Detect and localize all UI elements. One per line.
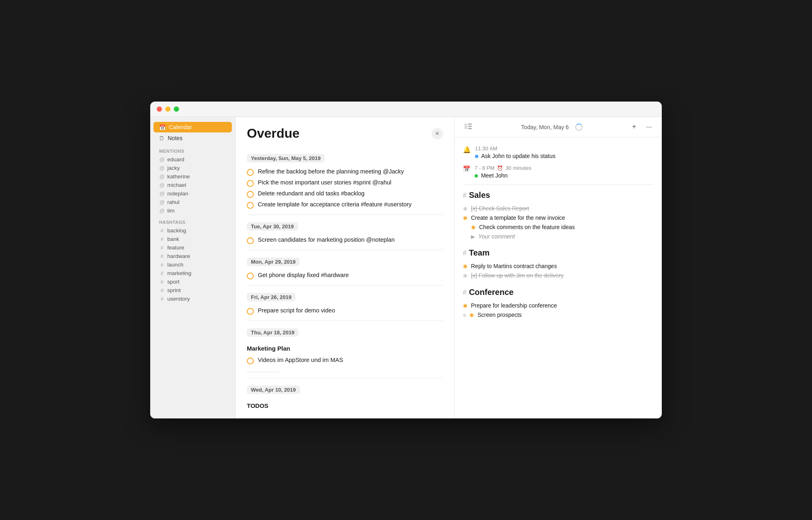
task-circle-icon[interactable] (247, 273, 254, 280)
event-text-content: Meet John (481, 172, 508, 179)
mention-name: tim (167, 208, 175, 214)
overdue-task: Videos im AppStore und im MAS (247, 355, 443, 366)
note-item-text: Screen prospects (477, 312, 654, 318)
overdue-date-badge-5: Wed, Apr 10, 2019 (247, 386, 300, 394)
section-title-sales: Sales (469, 191, 490, 200)
mention-name: michael (167, 182, 186, 188)
hash-icon: # (159, 228, 165, 234)
overdue-task: Delete redundant and old tasks #backlog (247, 188, 443, 199)
overdue-close-button[interactable]: × (432, 128, 443, 139)
notif-time: 11:30 AM (475, 145, 555, 152)
sidebar: 📅 Calendar 🗒 Notes MENTIONS @ eduard @ j… (150, 117, 235, 418)
mention-item-tim[interactable]: @ tim (153, 206, 232, 215)
note-title-todos: TODOS (247, 402, 443, 409)
minimize-button[interactable] (165, 106, 171, 112)
bullet-star-icon: ✱ (471, 224, 476, 231)
task-text: Refine the backlog before the planning m… (258, 168, 404, 175)
overdue-section-2: Mon, Apr 29, 2019 Get phone display fixe… (247, 252, 443, 281)
main-content: Overdue × Yesterday, Sun, May 5, 2019 Re… (235, 117, 662, 418)
task-circle-icon[interactable] (247, 180, 254, 187)
hashtag-item-launch[interactable]: # launch (153, 260, 232, 269)
notif-text-content: Ask John to update his status (481, 153, 555, 159)
bullet-star-icon: ✱ (463, 263, 468, 270)
task-circle-icon[interactable] (247, 169, 254, 176)
hashtag-name: launch (167, 262, 184, 268)
at-icon: @ (159, 208, 165, 214)
overdue-task: Create template for acceptance criteria … (247, 199, 443, 210)
bullet-star-gray-icon: ✱ (463, 206, 468, 212)
mention-name: noteplan (167, 191, 188, 197)
hashtag-item-sport[interactable]: # sport (153, 277, 232, 286)
notif-text: Ask John to update his status (475, 153, 555, 159)
hashtag-item-marketing[interactable]: # marketing (153, 269, 232, 277)
sidebar-item-label: Notes (168, 135, 183, 141)
section-header-conference: # Conference (463, 288, 654, 297)
hash-sales-icon: # (463, 192, 466, 199)
mention-name: jacky (167, 165, 180, 171)
hash-icon: # (159, 236, 165, 242)
overdue-scroll[interactable]: Yesterday, Sun, May 5, 2019 Refine the b… (235, 148, 454, 418)
event-dot (475, 174, 478, 178)
task-text: Create template for acceptance criteria … (258, 201, 412, 208)
overdue-header: Overdue × (235, 117, 454, 148)
today-event-0: 📅 7 - 8 PM ⏰ 30 minutes Meet John (463, 163, 654, 183)
sidebar-item-notes[interactable]: 🗒 Notes (153, 133, 232, 143)
svg-rect-3 (468, 128, 472, 129)
toolbar-left (461, 122, 475, 132)
hashtag-item-hardware[interactable]: # hardware (153, 252, 232, 260)
today-notification-0: 🔔 11:30 AM Ask John to update his status (463, 144, 654, 163)
hash-icon: # (159, 270, 165, 276)
task-circle-icon[interactable] (247, 237, 254, 244)
svg-rect-1 (468, 124, 472, 125)
task-circle-icon[interactable] (247, 202, 254, 209)
toolbar-more-button[interactable]: ··· (643, 121, 655, 133)
mention-item-michael[interactable]: @ michael (153, 181, 232, 189)
bullet-star-icon: ✱ (463, 303, 468, 309)
mention-name: eduard (167, 156, 184, 162)
mention-item-jacky[interactable]: @ jacky (153, 164, 232, 172)
sidebar-item-calendar[interactable]: 📅 Calendar (153, 122, 232, 132)
titlebar (150, 102, 662, 117)
toolbar-add-button[interactable]: + (628, 121, 639, 133)
task-text: Delete redundant and old tasks #backlog (258, 190, 365, 197)
section-header-sales: # Sales (463, 191, 654, 200)
mention-item-rahul[interactable]: @ rahul (153, 198, 232, 206)
loading-spinner (575, 124, 583, 131)
hashtag-item-backlog[interactable]: # backlog (153, 226, 232, 235)
overdue-date-badge-3: Fri, Apr 26, 2019 (247, 293, 296, 301)
bullet-star-icon: ✱ (463, 215, 468, 221)
task-circle-icon[interactable] (247, 191, 254, 198)
event-text: Meet John (475, 172, 531, 179)
hashtag-name: backlog (167, 228, 186, 234)
close-button[interactable] (157, 106, 162, 112)
hashtag-item-sprint[interactable]: # sprint (153, 286, 232, 295)
right-content[interactable]: 🔔 11:30 AM Ask John to update his status… (455, 137, 662, 418)
mention-item-katherine[interactable]: @ katherine (153, 172, 232, 181)
hashtag-item-bank[interactable]: # bank (153, 235, 232, 243)
hashtag-item-userstory[interactable]: # userstory (153, 295, 232, 303)
fullscreen-button[interactable] (174, 106, 179, 112)
hash-icon: # (159, 279, 165, 285)
bullet-list-icon: ≡ (463, 312, 466, 318)
note-item-text: [x] Check Sales Report (471, 205, 654, 212)
note-title: Marketing Plan (247, 345, 443, 352)
task-text: Prepare script for demo video (258, 307, 335, 314)
mention-item-eduard[interactable]: @ eduard (153, 155, 232, 164)
mentions-section-label: MENTIONS (150, 144, 235, 155)
task-text: Screen candidates for marketing position… (258, 236, 395, 243)
hashtag-name: marketing (167, 270, 191, 276)
task-circle-icon[interactable] (247, 308, 254, 315)
event-time-text: 7 - 8 PM (475, 165, 495, 171)
hashtag-name: sport (167, 279, 179, 285)
note-item-text: Prepare for leadership conference (471, 302, 654, 309)
sidebar-toggle-button[interactable] (461, 122, 475, 132)
bell-icon: 🔔 (463, 146, 471, 154)
mention-item-noteplan[interactable]: @ noteplan (153, 189, 232, 198)
hashtag-item-feature[interactable]: # feature (153, 243, 232, 252)
overdue-section-5: Wed, Apr 10, 2019 TODOS (247, 380, 443, 409)
note-item-comment[interactable]: Your comment (478, 233, 654, 240)
overdue-panel: Overdue × Yesterday, Sun, May 5, 2019 Re… (235, 117, 455, 418)
event-alarm-text: 30 minutes (505, 165, 531, 171)
note-item-conference-1: ≡ ✱ Screen prospects (463, 310, 654, 320)
task-circle-icon[interactable] (247, 358, 254, 364)
